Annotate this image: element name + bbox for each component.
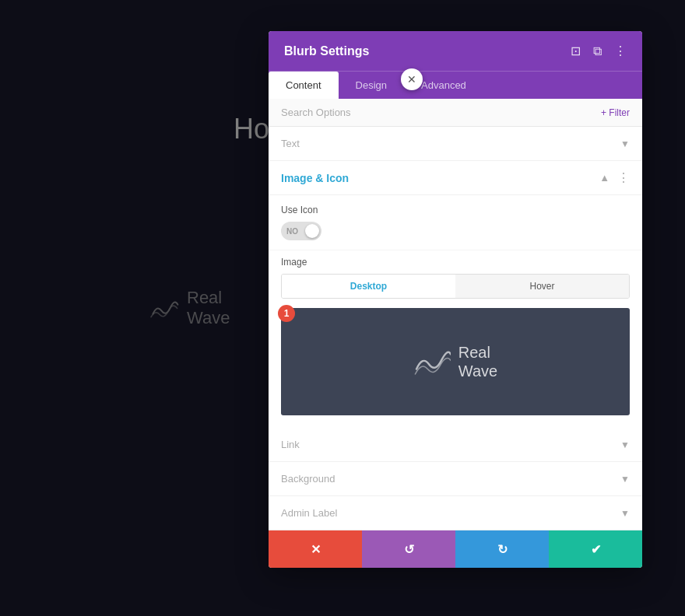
use-icon-toggle[interactable]: NO — [281, 222, 630, 240]
panel-body: Text ▼ Image & Icon ▲ ⋮ Use Icon NO Imag… — [269, 127, 642, 530]
image-icon-section-header[interactable]: Image & Icon ▲ ⋮ — [269, 161, 642, 195]
image-icon-more-icon[interactable]: ⋮ — [617, 170, 630, 185]
save-button[interactable]: ✔ — [549, 530, 642, 568]
image-preview-container: 1 Real Wave — [269, 302, 642, 428]
background-arrow: ▼ — [620, 474, 630, 485]
more-icon[interactable]: ⋮ — [614, 44, 627, 58]
panel-header-icons: ⊡ ⧉ ⋮ — [571, 44, 627, 58]
image-tabs-row: Image Desktop Hover — [269, 250, 642, 302]
use-icon-row: Use Icon NO — [269, 195, 642, 250]
admin-label-text: Admin Label — [281, 507, 337, 519]
image-icon-title: Image & Icon — [281, 172, 349, 184]
tab-content[interactable]: Content — [269, 72, 339, 99]
link-label: Link — [281, 439, 300, 450]
image-preview[interactable]: Real Wave — [281, 308, 630, 415]
search-placeholder: Search Options — [281, 107, 351, 118]
image-tab-hover[interactable]: Hover — [455, 275, 629, 298]
toggle-no-label: NO — [286, 227, 298, 236]
toggle-thumb — [305, 224, 319, 238]
toggle-track[interactable]: NO — [281, 222, 321, 240]
link-section-row[interactable]: Link ▼ — [269, 428, 642, 462]
image-label: Image — [281, 257, 630, 268]
background-label: Background — [281, 473, 335, 485]
image-tab-buttons: Desktop Hover — [281, 274, 630, 299]
use-icon-label: Use Icon — [281, 205, 630, 215]
cancel-button[interactable]: ✕ — [269, 530, 362, 568]
admin-label-section-row[interactable]: Admin Label ▼ — [269, 496, 642, 530]
filter-button[interactable]: + Filter — [601, 107, 630, 118]
settings-panel: Blurb Settings ⊡ ⧉ ⋮ Content Design Adva… — [269, 31, 642, 568]
text-section-row[interactable]: Text ▼ — [269, 127, 642, 161]
panel-title: Blurb Settings — [284, 44, 369, 58]
search-bar: Search Options + Filter — [269, 99, 642, 127]
reset-button[interactable]: ↺ — [362, 530, 455, 568]
text-section-label: Text — [281, 138, 300, 149]
image-tab-desktop[interactable]: Desktop — [282, 275, 455, 298]
image-icon-collapse-icon[interactable]: ▲ — [599, 172, 609, 184]
panel-header: Blurb Settings ⊡ ⧉ ⋮ — [269, 31, 642, 71]
admin-label-arrow: ▼ — [620, 508, 630, 519]
redo-button[interactable]: ↻ — [455, 530, 549, 568]
text-section-arrow: ▼ — [620, 138, 630, 149]
panel-close-button[interactable]: ✕ — [401, 68, 423, 90]
close-icon: ✕ — [407, 73, 416, 86]
columns-icon[interactable]: ⧉ — [593, 44, 602, 58]
preview-logo: Real Wave — [413, 343, 497, 380]
link-arrow: ▼ — [620, 439, 630, 450]
panel-footer: ✕ ↺ ↻ ✔ — [269, 530, 642, 568]
panel-tabs: Content Design Advanced — [269, 71, 642, 99]
image-badge: 1 — [278, 305, 295, 322]
image-icon-header-controls: ▲ ⋮ — [599, 170, 630, 185]
screen-icon[interactable]: ⊡ — [571, 44, 581, 58]
tab-design[interactable]: Design — [339, 72, 404, 99]
background-section-row[interactable]: Background ▼ — [269, 462, 642, 496]
